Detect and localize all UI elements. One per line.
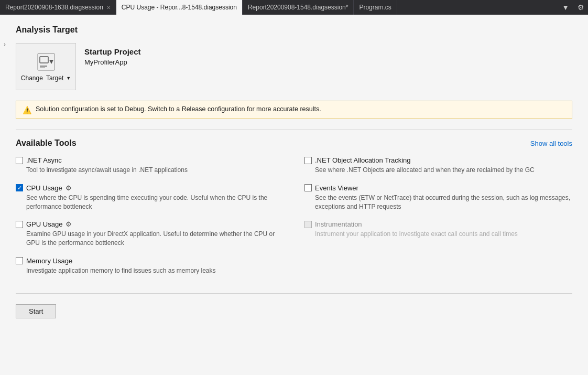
net-async-description: Tool to investigate async/await usage in… [26, 166, 284, 175]
gpu-usage-checkbox[interactable] [16, 221, 23, 228]
net-async-label: .NET Async [26, 156, 62, 164]
warning-icon: ⚠️ [23, 106, 31, 114]
svg-marker-2 [49, 60, 53, 64]
tool-net-async: .NET Async Tool to investigate async/awa… [16, 156, 284, 175]
startup-project-info: Startup Project MyProfilerApp [84, 43, 141, 66]
net-async-checkbox[interactable] [16, 157, 23, 164]
cpu-usage-checkbox[interactable]: ✓ [16, 184, 23, 191]
tool-events-viewer: Events Viewer See the events (ETW or Net… [304, 184, 572, 211]
tab-label: CPU Usage - Repor...8-1548.diagsession [122, 4, 237, 11]
events-viewer-description: See the events (ETW or NetTrace) that oc… [315, 194, 572, 211]
memory-usage-description: Investigate application memory to find i… [26, 266, 284, 275]
tab-cpu-usage[interactable]: CPU Usage - Repor...8-1548.diagsession [116, 0, 243, 15]
tab-overflow-area: ▼ [558, 0, 573, 15]
tab-report1548[interactable]: Report20200908-1548.diagsession* [243, 0, 354, 15]
tools-column-right: .NET Object Allocation Tracking See wher… [304, 156, 572, 285]
instrumentation-description: Instrument your application to investiga… [315, 230, 572, 239]
tool-memory-usage: Memory Usage Investigate application mem… [16, 257, 284, 275]
tool-instrumentation: Instrumentation Instrument your applicat… [304, 220, 572, 239]
available-tools-title: Available Tools [16, 138, 77, 148]
section-divider [16, 130, 572, 130]
net-object-alloc-checkbox[interactable] [304, 157, 312, 164]
memory-usage-label: Memory Usage [26, 257, 72, 265]
analysis-target-title: Analysis Target [16, 25, 572, 35]
events-viewer-label: Events Viewer [315, 184, 358, 192]
tool-net-object-alloc: .NET Object Allocation Tracking See wher… [304, 156, 572, 175]
tool-gpu-usage: GPU Usage ⚙ Examine GPU usage in your Di… [16, 220, 284, 248]
footer-section: Start [16, 304, 572, 318]
tools-column-left: .NET Async Tool to investigate async/awa… [16, 156, 284, 285]
net-object-alloc-label: .NET Object Allocation Tracking [315, 156, 411, 164]
startup-project-name: MyProfilerApp [84, 58, 141, 66]
instrumentation-checkbox [304, 221, 312, 228]
instrumentation-label: Instrumentation [315, 220, 362, 228]
events-viewer-checkbox[interactable] [304, 184, 312, 191]
gpu-usage-label: GPU Usage [26, 220, 62, 228]
close-tab-icon[interactable]: ✕ [106, 5, 111, 10]
tools-grid: .NET Async Tool to investigate async/awa… [16, 156, 572, 285]
warning-banner: ⚠️ Solution configuration is set to Debu… [16, 101, 572, 119]
change-target-label: Change Target ▼ [21, 74, 71, 82]
change-target-icon [36, 51, 57, 72]
footer-divider [16, 293, 572, 294]
title-bar: Report20200908-1638.diagsession ✕ CPU Us… [0, 0, 588, 15]
tab-label: Report20200908-1638.diagsession [5, 4, 103, 11]
tool-cpu-usage: ✓ CPU Usage ⚙ See where the CPU is spend… [16, 184, 284, 211]
warning-text: Solution configuration is set to Debug. … [36, 105, 321, 113]
tab-label: Report20200908-1548.diagsession* [248, 4, 348, 11]
svg-rect-1 [40, 57, 48, 63]
memory-usage-checkbox[interactable] [16, 257, 23, 264]
main-content: › Analysis Target Change Target ▼ [0, 15, 588, 375]
start-button[interactable]: Start [16, 304, 56, 318]
tab-label: Program.cs [359, 4, 391, 11]
cpu-usage-gear-icon[interactable]: ⚙ [66, 184, 72, 192]
sidebar-collapse-arrow[interactable]: › [0, 41, 9, 48]
startup-project-label: Startup Project [84, 47, 141, 56]
change-target-button[interactable]: Change Target ▼ [16, 43, 76, 90]
settings-gear-icon[interactable]: ⚙ [573, 0, 588, 15]
dropdown-arrow-icon[interactable]: ▼ [562, 3, 569, 12]
tab-program-cs[interactable]: Program.cs [354, 0, 397, 15]
net-object-alloc-description: See where .NET Objects are allocated and… [315, 166, 572, 175]
show-all-tools-link[interactable]: Show all tools [530, 140, 572, 147]
available-tools-header: Available Tools Show all tools [16, 138, 572, 148]
analysis-target-area: Change Target ▼ Startup Project MyProfil… [16, 43, 572, 90]
gpu-usage-description: Examine GPU usage in your DirectX applic… [26, 230, 284, 248]
cpu-usage-label: CPU Usage [26, 184, 62, 192]
gpu-usage-gear-icon[interactable]: ⚙ [66, 220, 72, 228]
tab-report1638[interactable]: Report20200908-1638.diagsession ✕ [0, 0, 116, 15]
cpu-usage-description: See where the CPU is spending time execu… [26, 194, 284, 211]
